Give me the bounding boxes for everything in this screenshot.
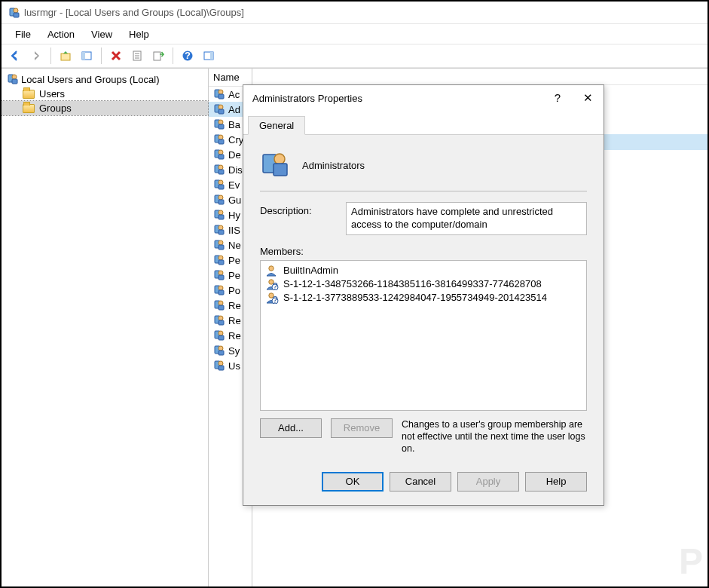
group-large-icon (260, 150, 290, 180)
group-icon (212, 194, 225, 206)
delete-button[interactable] (107, 47, 125, 65)
tree-users[interactable]: Users (2, 87, 208, 101)
console-tree[interactable]: Local Users and Groups (Local) Users Gro… (2, 69, 209, 586)
menu-view[interactable]: View (84, 27, 120, 41)
membership-note: Changes to a user's group membership are… (402, 418, 587, 455)
action-pane-button[interactable] (200, 47, 218, 65)
column-desc-header[interactable] (252, 69, 707, 85)
apply-button[interactable]: Apply (457, 472, 519, 492)
member-row[interactable]: S-1-12-1-3773889533-1242984047-195573494… (264, 291, 583, 305)
group-icon (212, 88, 225, 100)
properties-dialog: Administrators Properties ? ✕ General Ad… (243, 84, 604, 506)
cancel-button[interactable]: Cancel (390, 472, 451, 492)
group-icon (212, 149, 225, 161)
tree-root[interactable]: Local Users and Groups (Local) (2, 72, 208, 87)
folder-icon (23, 104, 35, 113)
back-button[interactable] (6, 47, 24, 65)
svg-rect-17 (154, 52, 160, 60)
group-icon (212, 179, 225, 191)
app-icon (8, 7, 20, 19)
window-titlebar: lusrmgr - [Local Users and Groups (Local… (2, 2, 707, 24)
ok-button[interactable]: OK (322, 472, 384, 492)
group-icon (212, 164, 225, 176)
group-icon (212, 269, 225, 281)
dialog-help-button[interactable]: ? (550, 90, 565, 106)
toolbar: ? (2, 44, 707, 68)
user-icon (265, 292, 279, 304)
add-button[interactable]: Add... (260, 418, 322, 438)
dialog-titlebar: Administrators Properties ? ✕ (243, 85, 604, 111)
members-list[interactable]: BuiltInAdminS-1-12-1-348753266-118438511… (260, 260, 587, 411)
forward-button[interactable] (27, 47, 45, 65)
group-icon (212, 284, 225, 296)
svg-rect-21 (210, 52, 213, 60)
group-icon (212, 118, 225, 130)
user-icon (265, 265, 279, 277)
group-icon (212, 254, 225, 266)
window-title: lusrmgr - [Local Users and Groups (Local… (24, 7, 244, 18)
properties-button[interactable] (128, 47, 146, 65)
group-icon (212, 224, 225, 236)
dialog-title: Administrators Properties (252, 93, 362, 104)
watermark: P (679, 541, 701, 582)
group-icon (212, 133, 225, 145)
tabstrip: General (243, 111, 604, 135)
user-icon (265, 278, 279, 290)
menu-action[interactable]: Action (40, 27, 82, 41)
mmc-root-icon (6, 73, 18, 85)
folder-icon (23, 90, 35, 99)
show-hide-console-tree-button[interactable] (78, 47, 96, 65)
menu-help[interactable]: Help (121, 27, 157, 41)
dialog-close-button[interactable]: ✕ (579, 90, 597, 106)
svg-rect-10 (61, 54, 70, 60)
menubar: File Action View Help (2, 24, 707, 44)
description-field[interactable]: Administrators have complete and unrestr… (346, 202, 587, 235)
group-icon (212, 360, 225, 372)
svg-text:?: ? (185, 50, 191, 61)
help-button-dlg[interactable]: Help (525, 472, 587, 492)
description-label: Description: (260, 202, 328, 216)
group-icon (212, 314, 225, 326)
tree-groups[interactable]: Groups (2, 101, 208, 115)
help-button[interactable]: ? (179, 47, 197, 65)
group-icon (212, 345, 225, 357)
group-icon (212, 299, 225, 311)
group-icon (212, 103, 225, 115)
group-name: Administrators (302, 160, 365, 171)
group-icon (212, 329, 225, 341)
group-icon (212, 239, 225, 251)
group-icon (212, 209, 225, 221)
tab-general[interactable]: General (248, 116, 305, 135)
svg-rect-12 (82, 52, 85, 60)
member-row[interactable]: BuiltInAdmin (264, 264, 583, 277)
up-level-button[interactable] (57, 47, 75, 65)
member-row[interactable]: S-1-12-1-348753266-1184385116-3816499337… (264, 277, 583, 291)
menu-file[interactable]: File (8, 27, 38, 41)
remove-button[interactable]: Remove (331, 418, 393, 438)
members-label: Members: (260, 246, 587, 257)
export-list-button[interactable] (149, 47, 167, 65)
